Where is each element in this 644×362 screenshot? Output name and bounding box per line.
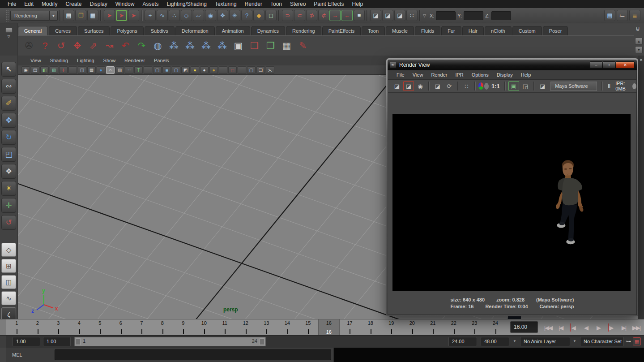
shelf-tab-deformation[interactable]: Deformation [175, 26, 215, 35]
frame-slot[interactable]: 6 [111, 319, 132, 336]
render-current-frame-icon[interactable]: ◪ [382, 10, 393, 21]
flat-shade-all-icon[interactable]: ○ [106, 66, 115, 74]
show-manipulator-icon[interactable]: ✛ [1, 198, 16, 213]
mel-input[interactable] [55, 349, 331, 360]
frame-slot[interactable]: 2 [27, 319, 48, 336]
frame-slot[interactable]: 11 [214, 319, 235, 336]
object-mode-icon[interactable]: ➤ [116, 10, 127, 21]
set-key-icon[interactable]: ⊶ [626, 338, 631, 345]
mel-label[interactable]: MEL [12, 352, 22, 358]
select-camera-icon[interactable]: ◉ [21, 66, 30, 74]
menu-render[interactable]: Render [241, 0, 266, 8]
anim-layer-field[interactable]: No Anim Layer [520, 337, 570, 346]
timeline-track[interactable]: 1 2 3 4 5 6 [6, 319, 506, 336]
shelf-tab-poser[interactable]: Poser [543, 26, 568, 35]
rw-menu-ipr[interactable]: IPR [451, 72, 467, 78]
points-display-icon[interactable]: ∷ [125, 66, 133, 74]
open-render-settings-icon[interactable]: ◪ [537, 81, 548, 91]
bookmarks-icon[interactable]: ◧ [40, 66, 49, 74]
sep[interactable] [144, 66, 152, 74]
frame-slot[interactable]: 9 [173, 319, 194, 336]
paint-effects-brush-icon[interactable]: ✎ [295, 38, 310, 54]
menu-lighting-shading[interactable]: Lighting/Shading [162, 0, 210, 8]
render-current-frame-icon[interactable]: ◪ [392, 81, 402, 91]
isolate-select-icon[interactable]: ◻ [228, 66, 237, 74]
bounding-box-icon[interactable]: ▨ [115, 66, 124, 74]
two-d-pan-zoom-icon[interactable]: ✛ [59, 66, 68, 74]
snap-align-objects-icon[interactable]: ❏ [247, 38, 262, 54]
shelf-tab-general[interactable]: General [18, 26, 48, 35]
menu-stereo[interactable]: Stereo [286, 0, 310, 8]
vp-menu-view[interactable]: View [26, 58, 46, 63]
snap-to-view-planes-icon[interactable]: ▱ [193, 10, 204, 21]
minimize-button[interactable]: – [590, 61, 602, 69]
shelf-menu-icon[interactable]: ▽ [0, 34, 17, 39]
pause-ipr-icon[interactable]: ‖ [606, 81, 613, 91]
render-region-icon[interactable]: ∷ [461, 81, 472, 91]
tumble-camera-icon[interactable]: ↺ [54, 38, 68, 54]
multi-view-icon[interactable]: ❏ [256, 66, 265, 74]
use-all-lights-icon[interactable]: ◩ [181, 66, 190, 74]
rw-menu-help[interactable]: Help [517, 72, 535, 78]
specular-lighting-icon[interactable]: ● [209, 66, 218, 74]
shelf-tab-animation[interactable]: Animation [216, 26, 250, 35]
output-connections-icon[interactable]: ⊂ [294, 10, 305, 21]
toolbar-grip[interactable] [5, 10, 9, 22]
ipr-render-current-frame-icon[interactable]: ◪ [394, 10, 405, 21]
undo-icon[interactable]: ↶ [118, 38, 133, 54]
range-slider-track[interactable]: 1 24 [74, 337, 266, 346]
share-view-icon[interactable]: ⋋ [266, 66, 274, 74]
last-tool-icon[interactable]: ↺ [1, 215, 16, 230]
frame-slot[interactable]: 10 [194, 319, 215, 336]
input-output-connections-icon[interactable]: ⊅ [306, 10, 317, 21]
shelf-tab-toggle-icon[interactable] [5, 28, 13, 33]
dolly-camera-icon[interactable]: ⇗ [86, 38, 101, 54]
frame-slot[interactable]: 23 [464, 319, 485, 336]
render-globals-icon[interactable]: ✇ [21, 38, 36, 54]
rw-menu-display[interactable]: Display [493, 72, 517, 78]
frame-slot[interactable]: 14 [277, 319, 298, 336]
highlight-selection-icon[interactable]: ◻ [265, 10, 277, 21]
snap-to-points-icon[interactable]: ∴ [169, 10, 180, 21]
shelf-tab-rendering[interactable]: Rendering [286, 26, 321, 35]
scale-tool-icon[interactable]: ◰ [1, 147, 16, 162]
menu-create[interactable]: Create [61, 0, 85, 8]
frame-slot[interactable]: 7 [131, 319, 152, 336]
range-grip[interactable] [0, 336, 6, 348]
step-back-key-button[interactable]: ◀ [567, 322, 579, 333]
render-settings-window-icon[interactable]: ◪ [370, 10, 381, 21]
align-objects-icon[interactable]: ❐ [263, 38, 278, 54]
shelf-tab-surfaces[interactable]: Surfaces [78, 26, 110, 35]
shelf-tab-fluids[interactable]: Fluids [415, 26, 440, 35]
flat-lighting-icon[interactable]: ● [200, 66, 209, 74]
current-time-field[interactable]: 16.00 [510, 321, 538, 333]
sep[interactable] [68, 66, 77, 74]
frame-slot[interactable]: 17 [339, 319, 360, 336]
show-tool-settings-icon[interactable]: ≔ [617, 10, 628, 21]
remove-image-icon[interactable]: ◲ [520, 81, 531, 91]
shelf-tab-toon[interactable]: Toon [362, 26, 385, 35]
snap-to-projected-center-icon[interactable]: ◇ [181, 10, 192, 21]
xray-display-icon[interactable]: ▢ [172, 66, 180, 74]
menu-assets[interactable]: Assets [138, 0, 162, 8]
frame-slot[interactable]: 16 16 [319, 319, 340, 336]
menu-toon[interactable]: Toon [266, 0, 286, 8]
shelf-trash-icon[interactable]: ⊎ [634, 25, 642, 34]
shaded-textured-icon[interactable]: ■ [162, 66, 171, 74]
shelf-tab-dynamics[interactable]: Dynamics [251, 26, 285, 35]
playback-start-field[interactable]: 1.00 [43, 337, 71, 346]
track-camera-icon[interactable]: ✥ [70, 38, 85, 54]
delete-icon[interactable]: ◍ [150, 38, 165, 54]
close-button[interactable]: ✕ [616, 61, 635, 69]
snapshot-icon[interactable]: ◉ [415, 81, 426, 91]
menu-set-selector[interactable]: Rendering ▼ [10, 11, 58, 21]
z-field[interactable] [491, 11, 511, 20]
alpha-channel-icon[interactable] [484, 83, 489, 90]
go-to-end-button[interactable]: ▶▶| [631, 322, 642, 333]
open-scene-icon[interactable]: ❐ [75, 10, 86, 21]
channel-box-collapsed-strip[interactable]: ✕ [638, 56, 644, 319]
frame-slot[interactable]: 13 [256, 319, 277, 336]
select-tool-icon[interactable]: ↖ [1, 62, 16, 77]
film-gate-icon[interactable]: ▦ [87, 66, 96, 74]
shelf-tab-fur[interactable]: Fur [441, 26, 461, 35]
